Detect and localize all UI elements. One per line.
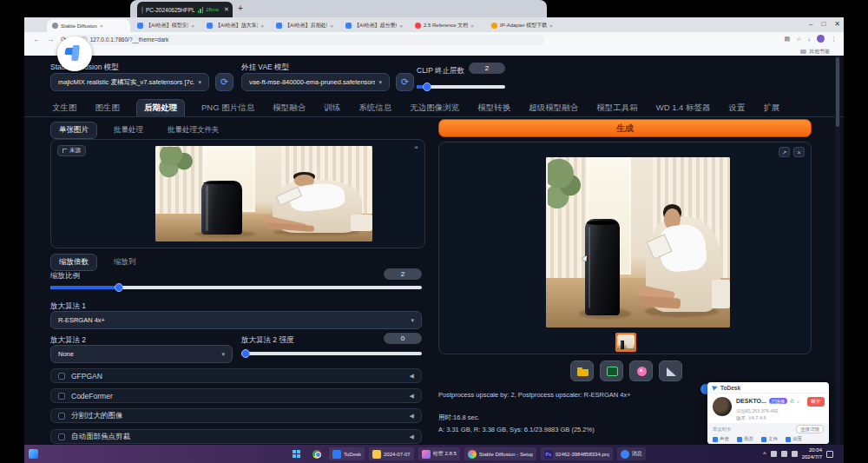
back-icon[interactable]: ← bbox=[33, 36, 40, 43]
vae-dropdown[interactable]: vae-ft-mse-840000-ema-pruned.safetensors… bbox=[241, 73, 390, 91]
subtab-single-image[interactable]: 单张图片 bbox=[50, 122, 97, 139]
upscaler2-strength-value[interactable]: 0 bbox=[384, 333, 422, 344]
tab-close-icon[interactable]: × bbox=[470, 23, 474, 29]
todesk-file-button[interactable]: 文件 bbox=[761, 436, 778, 442]
clip-skip-value[interactable]: 2 bbox=[469, 63, 505, 74]
tab-close-icon[interactable]: × bbox=[399, 23, 403, 29]
split-oversize-checkbox[interactable] bbox=[58, 413, 65, 420]
tab-extensions[interactable]: 扩展 bbox=[762, 100, 782, 116]
notification-center-icon[interactable] bbox=[826, 451, 833, 458]
source-image[interactable] bbox=[155, 146, 372, 241]
checkpoint-dropdown[interactable]: majicMIX realistic 麦橘写实_v7.safetensors [… bbox=[50, 73, 209, 91]
close-window-icon[interactable]: ✕ bbox=[834, 20, 840, 28]
todesk-quality-button[interactable]: 画质 bbox=[737, 436, 753, 442]
tab-system-info[interactable]: 系统信息 bbox=[357, 100, 393, 116]
subtab-batch-from-dir[interactable]: 批量处理文件夹 bbox=[160, 122, 227, 138]
start-button[interactable] bbox=[289, 447, 305, 460]
taskbar-todesk[interactable]: ToDesk bbox=[329, 447, 365, 460]
minimize-icon[interactable]: – bbox=[809, 20, 812, 28]
taskbar-chrome[interactable] bbox=[309, 447, 325, 460]
voice-call-icon[interactable]: ✆ bbox=[790, 398, 794, 404]
remote-tab-close-icon[interactable]: ✕ bbox=[224, 6, 229, 13]
address-bar[interactable]: ⓘ 127.0.0.1:7860/?__theme=dark bbox=[76, 35, 544, 45]
bookmark-star-icon[interactable]: ☆ bbox=[796, 36, 801, 43]
checkpoint-refresh-button[interactable]: ⟳ bbox=[215, 73, 233, 91]
widgets-icon[interactable] bbox=[29, 449, 38, 459]
todesk-detail-button[interactable]: 连接详情 bbox=[796, 425, 824, 433]
tab-close-icon[interactable]: × bbox=[100, 23, 103, 29]
clear-image-icon[interactable]: × bbox=[414, 143, 418, 151]
save-image-button[interactable] bbox=[600, 360, 623, 381]
codeformer-checkbox[interactable] bbox=[58, 393, 65, 400]
tab-scale-to[interactable]: 缩放到 bbox=[106, 255, 144, 270]
tab-model-toolkit[interactable]: 模型工具箱 bbox=[595, 100, 640, 116]
tab-checkpoint-merger[interactable]: 模型融合 bbox=[271, 100, 307, 116]
tab-close-icon[interactable]: × bbox=[191, 23, 194, 29]
tab-extras-active[interactable]: 后期处理 bbox=[136, 99, 185, 116]
todesk-disconnect-button[interactable]: 断开 bbox=[807, 397, 825, 407]
forward-icon[interactable]: → bbox=[47, 36, 54, 43]
accordion-codeformer[interactable]: CodeFormer ◀ bbox=[50, 388, 422, 403]
upscaler1-dropdown[interactable]: R-ESRGAN 4x+ ▾ bbox=[50, 311, 422, 329]
collapse-arrow-icon[interactable]: ◀ bbox=[410, 413, 414, 420]
tab-settings[interactable]: 设置 bbox=[727, 100, 747, 116]
vae-refresh-button[interactable]: ⟳ bbox=[396, 73, 414, 91]
accordion-gfpgan[interactable]: GFPGAN ◀ bbox=[50, 368, 422, 383]
clip-skip-slider[interactable] bbox=[417, 85, 505, 89]
page-scrollbar[interactable] bbox=[835, 56, 840, 445]
source-image-dropzone[interactable]: 来源 × bbox=[50, 139, 425, 248]
send-to-extras-button[interactable] bbox=[659, 360, 682, 381]
remote-session-tab[interactable]: PC-20240625HFPL 28ms ✕ bbox=[137, 2, 233, 17]
auto-face-crop-checkbox[interactable] bbox=[58, 433, 65, 440]
launcher-floating-ball[interactable] bbox=[57, 36, 92, 71]
mic-icon[interactable]: ♪ bbox=[797, 399, 799, 404]
extensions-icon[interactable]: ▤ bbox=[785, 36, 791, 43]
upscaler2-strength-slider[interactable] bbox=[241, 352, 422, 355]
tab-txt2img[interactable]: 文生图 bbox=[50, 100, 79, 116]
open-folder-button[interactable] bbox=[570, 360, 594, 381]
download-icon[interactable]: ↓ bbox=[808, 36, 812, 42]
scale-slider-handle[interactable] bbox=[115, 283, 123, 292]
send-to-img2img-button[interactable] bbox=[629, 360, 653, 381]
tab-img2img[interactable]: 图生图 bbox=[94, 100, 122, 116]
gfpgan-checkbox[interactable] bbox=[58, 373, 65, 380]
browser-tab[interactable]: 【AI绘画】后期处理高清放大 - 哔哩哔哩 × bbox=[271, 19, 339, 32]
tray-expand-icon[interactable]: ^ bbox=[763, 451, 766, 457]
fullscreen-icon[interactable]: ↗ bbox=[779, 147, 790, 157]
maximize-icon[interactable]: □ bbox=[821, 20, 825, 28]
profile-avatar[interactable] bbox=[817, 35, 825, 43]
collapse-arrow-icon[interactable]: ◀ bbox=[410, 373, 414, 380]
taskbar-messages[interactable]: 消息 bbox=[617, 447, 646, 460]
remote-new-tab-button[interactable]: + bbox=[238, 3, 243, 13]
taskbar-launcher[interactable]: 绘世 2.8.5 bbox=[418, 447, 460, 460]
browser-tab-active[interactable]: Stable Diffusion × bbox=[47, 19, 130, 32]
tab-png-info[interactable]: PNG 图片信息 bbox=[200, 100, 256, 116]
ime-icon[interactable] bbox=[792, 451, 798, 457]
browser-tab[interactable]: 【AI绘画】模型安装与使用教程 - 哔哩哔哩 × bbox=[132, 19, 200, 32]
accordion-auto-face-crop[interactable]: 自动面部焦点剪裁 ◀ bbox=[50, 429, 422, 444]
upscaler2-strength-handle[interactable] bbox=[241, 349, 250, 358]
source-chip[interactable]: 来源 bbox=[57, 145, 86, 156]
tab-close-icon[interactable]: × bbox=[549, 23, 553, 29]
taskbar-photoshop-file[interactable]: Ps02462-3984858334.png bbox=[541, 447, 613, 460]
collapse-arrow-icon[interactable]: ◀ bbox=[410, 433, 414, 440]
browser-tab[interactable]: 2.5 Reference 文档 × bbox=[410, 19, 484, 32]
clip-skip-slider-handle[interactable] bbox=[423, 83, 431, 91]
tab-close-icon[interactable]: × bbox=[330, 23, 333, 29]
scale-slider[interactable] bbox=[50, 286, 422, 289]
tab-wd14-tagger[interactable]: WD 1.4 标签器 bbox=[654, 100, 713, 116]
network-icon[interactable] bbox=[771, 451, 777, 457]
result-image[interactable]: ► bbox=[546, 157, 730, 327]
tab-model-converter[interactable]: 模型转换 bbox=[476, 100, 512, 116]
tab-train[interactable]: 训练 bbox=[322, 100, 342, 116]
taskbar-folder[interactable]: 2024-07-07 bbox=[369, 447, 414, 460]
scale-value[interactable]: 2 bbox=[384, 268, 422, 280]
volume-icon[interactable] bbox=[781, 451, 787, 457]
tab-image-browser[interactable]: 无边图像浏览 bbox=[408, 100, 461, 116]
tab-super-merger[interactable]: 超级模型融合 bbox=[527, 100, 580, 116]
browser-tab[interactable]: 【AI绘画】超分重绘实战 - 哔哩哔哩 × bbox=[340, 19, 408, 32]
taskbar-sd-console[interactable]: Stable Diffusion - Setup bbox=[464, 447, 536, 460]
subtab-batch-process[interactable]: 批量处理 bbox=[106, 122, 151, 138]
collapse-arrow-icon[interactable]: ◀ bbox=[410, 393, 414, 400]
accordion-split-oversize[interactable]: 分割过大的图像 ◀ bbox=[50, 408, 422, 423]
